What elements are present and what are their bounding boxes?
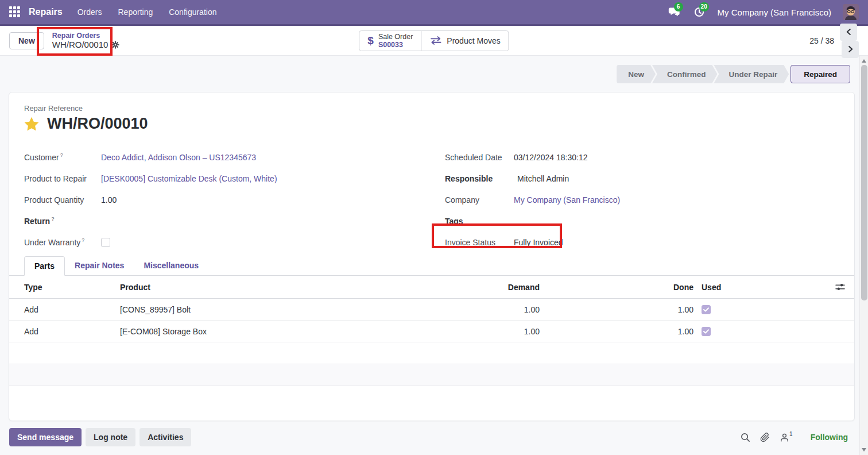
customer-label: Customer? [24,152,101,162]
chevron-left-icon [846,28,852,36]
favorite-star-icon[interactable] [24,117,39,131]
status-step-under-repair[interactable]: Under Repair [714,65,789,83]
product-to-repair-label: Product to Repair [24,174,101,183]
under-warranty-checkbox[interactable] [101,238,110,247]
field-under-warranty: Under Warranty? [24,232,418,253]
sale-order-label: Sale Order [378,33,413,41]
product-to-repair-value[interactable]: [DESK0005] Customizable Desk (Custom, Wh… [101,174,277,183]
control-panel: New Repair Orders WH/RO/00010 [0,26,868,56]
column-header-demand: Demand [416,283,540,292]
page-title: WH/RO/00010 [47,115,148,133]
column-header-done: Done [540,283,693,292]
breadcrumb: Repair Orders WH/RO/00010 [52,32,120,50]
column-header-type: Type [9,283,120,292]
optional-columns-icon[interactable] [835,282,845,292]
product-quantity-value[interactable]: 1.00 [101,195,117,205]
pager: 25 / 38 [809,24,859,58]
help-icon: ? [82,237,84,243]
help-icon: ? [60,152,63,158]
cell-product[interactable]: [E-COM08] Storage Box [120,327,416,336]
send-message-button[interactable]: Send message [9,428,82,446]
customer-value[interactable]: Deco Addict, Addison Olson – US12345673 [101,153,256,162]
table-row[interactable]: Add [E-COM08] Storage Box 1.00 1.00 [9,321,854,342]
help-icon: ? [51,216,55,222]
statusbar-row: New Confirmed Under Repair Repaired [0,56,868,83]
breadcrumb-current: WH/RO/00010 [52,40,108,49]
scrollbar-up-arrow[interactable] [862,59,866,63]
invoice-status-label: Invoice Status [445,238,514,247]
nav-menu-configuration[interactable]: Configuration [169,7,216,17]
repairs-form-page: Repairs Orders Reporting Configuration 6… [0,0,868,455]
messages-icon[interactable]: 6 [667,5,681,19]
following-button[interactable]: Following [811,433,848,442]
chevron-right-icon [847,45,854,53]
fields-right-column: Scheduled Date 03/12/2024 18:30:12 Respo… [445,146,839,253]
table-empty-row[interactable] [9,364,854,386]
cell-demand[interactable]: 1.00 [416,327,540,336]
tab-miscellaneous[interactable]: Miscellaneous [134,256,208,276]
pager-next-button[interactable] [842,41,859,58]
scrollbar-thumb[interactable] [861,65,867,300]
search-messages-icon[interactable] [741,433,750,442]
scrollbar-down-arrow[interactable] [862,448,866,452]
status-step-repaired[interactable]: Repaired [790,65,850,83]
status-step-new[interactable]: New [617,65,656,83]
followers-icon[interactable]: 1 [780,433,793,442]
column-header-product: Product [120,283,416,292]
activities-icon[interactable]: 20 [692,5,706,19]
top-navbar: Repairs Orders Reporting Configuration 6… [0,0,868,26]
pager-previous-button[interactable] [840,24,857,41]
new-button[interactable]: New [9,32,44,49]
under-warranty-label: Under Warranty? [24,237,101,247]
product-moves-label: Product Moves [447,36,500,45]
pager-value[interactable]: 25 / 38 [809,36,834,45]
user-avatar[interactable] [843,4,859,20]
parts-table-header: Type Product Demand Done Used [9,276,854,299]
product-moves-smart-button[interactable]: Product Moves [421,30,509,51]
nav-menu-reporting[interactable]: Reporting [118,7,153,17]
vertical-scrollbar[interactable] [859,56,868,455]
scheduled-date-value[interactable]: 03/12/2024 18:30:12 [514,153,587,162]
tab-repair-notes[interactable]: Repair Notes [65,256,134,276]
field-product-to-repair: Product to Repair [DESK0005] Customizabl… [24,168,418,189]
field-product-quantity: Product Quantity 1.00 [24,189,418,210]
field-company: Company My Company (San Francisco) [445,189,839,210]
tags-label: Tags [445,217,514,226]
app-name[interactable]: Repairs [29,7,63,17]
activities-button[interactable]: Activities [140,428,191,446]
responsible-value[interactable]: Mitchell Admin [514,174,569,183]
company-switcher[interactable]: My Company (San Francisco) [718,7,831,17]
used-checkbox[interactable] [702,305,711,314]
sale-order-smart-button[interactable]: $ Sale Order S00033 [359,30,421,51]
field-customer: Customer? Deco Addict, Addison Olson – U… [24,146,418,168]
reference-label: Repair Reference [24,104,839,113]
log-note-button[interactable]: Log note [86,428,135,446]
follower-count: 1 [789,431,793,437]
fields-left-column: Customer? Deco Addict, Addison Olson – U… [24,146,418,253]
field-tags: Tags [445,210,839,232]
cell-demand[interactable]: 1.00 [416,305,540,314]
invoice-status-value: Fully Invoiced [514,238,563,247]
column-header-used: Used [693,283,726,292]
form-fields: Customer? Deco Addict, Addison Olson – U… [9,146,854,253]
nav-menu-orders[interactable]: Orders [78,7,102,17]
cell-done[interactable]: 1.00 [540,305,693,314]
used-checkbox[interactable] [702,327,711,336]
transfer-arrows-icon [429,36,442,45]
company-label: Company [445,195,514,205]
cell-product[interactable]: [CONS_89957] Bolt [120,305,416,314]
apps-grid-icon[interactable] [9,6,21,18]
tab-parts[interactable]: Parts [24,256,65,276]
breadcrumb-parent-link[interactable]: Repair Orders [52,32,120,40]
sale-order-number: S00033 [378,41,413,49]
gear-icon[interactable] [111,41,119,49]
table-row[interactable]: Add [CONS_89957] Bolt 1.00 1.00 [9,299,854,321]
cell-done[interactable]: 1.00 [540,327,693,336]
table-empty-row[interactable] [9,342,854,364]
attachments-icon[interactable] [760,433,770,442]
cell-type[interactable]: Add [9,305,120,314]
status-step-confirmed[interactable]: Confirmed [652,65,718,83]
company-value[interactable]: My Company (San Francisco) [514,195,620,205]
smart-buttons: $ Sale Order S00033 Product Moves [359,30,509,51]
cell-type[interactable]: Add [9,327,120,336]
